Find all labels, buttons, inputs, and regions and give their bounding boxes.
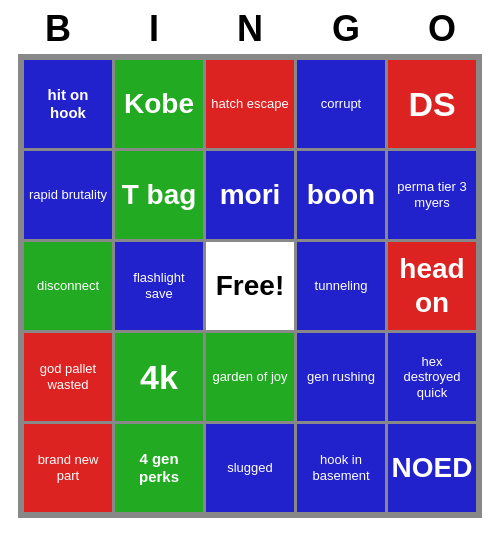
bingo-cell[interactable]: 4 gen perks xyxy=(115,424,203,512)
bingo-cell[interactable]: rapid brutality xyxy=(24,151,112,239)
bingo-cell[interactable]: mori xyxy=(206,151,294,239)
bingo-cell[interactable]: boon xyxy=(297,151,385,239)
bingo-cell[interactable]: hook in basement xyxy=(297,424,385,512)
bingo-cell[interactable]: NOED xyxy=(388,424,476,512)
letter-g: G xyxy=(302,8,390,50)
letter-i: I xyxy=(110,8,198,50)
bingo-cell[interactable]: gen rushing xyxy=(297,333,385,421)
bingo-cell[interactable]: head on xyxy=(388,242,476,330)
bingo-cell[interactable]: Free! xyxy=(206,242,294,330)
bingo-cell[interactable]: perma tier 3 myers xyxy=(388,151,476,239)
bingo-cell[interactable]: garden of joy xyxy=(206,333,294,421)
bingo-cell[interactable]: flashlight save xyxy=(115,242,203,330)
bingo-cell[interactable]: god pallet wasted xyxy=(24,333,112,421)
bingo-cell[interactable]: hatch escape xyxy=(206,60,294,148)
letter-o: O xyxy=(398,8,486,50)
bingo-cell[interactable]: T bag xyxy=(115,151,203,239)
bingo-cell[interactable]: 4k xyxy=(115,333,203,421)
bingo-cell[interactable]: disconnect xyxy=(24,242,112,330)
bingo-cell[interactable]: corrupt xyxy=(297,60,385,148)
bingo-cell[interactable]: tunneling xyxy=(297,242,385,330)
bingo-cell[interactable]: brand new part xyxy=(24,424,112,512)
letter-n: N xyxy=(206,8,294,50)
bingo-cell[interactable]: Kobe xyxy=(115,60,203,148)
bingo-cell[interactable]: slugged xyxy=(206,424,294,512)
bingo-cell[interactable]: DS xyxy=(388,60,476,148)
letter-b: B xyxy=(14,8,102,50)
bingo-grid: hit on hookKobehatch escapecorruptDSrapi… xyxy=(18,54,482,518)
bingo-cell[interactable]: hex destroyed quick xyxy=(388,333,476,421)
bingo-header: B I N G O xyxy=(10,0,490,54)
bingo-cell[interactable]: hit on hook xyxy=(24,60,112,148)
